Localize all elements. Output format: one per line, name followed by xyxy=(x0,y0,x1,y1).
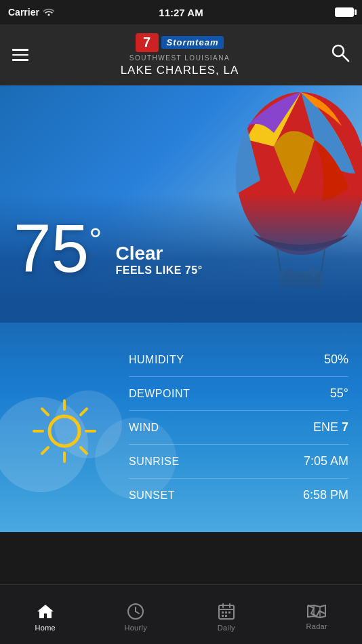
status-bar-left: Carrier xyxy=(8,7,54,18)
tab-bar: Home Hourly Daily xyxy=(0,584,362,644)
dewpoint-label: DEWPOINT xyxy=(129,388,190,400)
wifi-icon xyxy=(43,7,54,18)
nav-bar: 7 Stormteam SOUTHWEST LOUISIANA LAKE CHA… xyxy=(0,24,362,85)
logo-container: 7 Stormteam xyxy=(136,33,224,52)
hamburger-line-3 xyxy=(12,59,28,61)
sunrise-row: SUNRISE 7:05 AM xyxy=(129,445,348,479)
sun-section xyxy=(0,343,129,512)
logo-badge: 7 xyxy=(136,33,159,52)
sunrise-value: 7:05 AM xyxy=(304,454,348,468)
nav-center: 7 Stormteam SOUTHWEST LOUISIANA LAKE CHA… xyxy=(121,33,239,77)
status-bar: Carrier 11:27 AM xyxy=(0,0,362,24)
tab-radar[interactable]: Radar xyxy=(272,599,363,630)
dewpoint-value: 55° xyxy=(330,386,348,401)
wind-row: WIND ENE 7 xyxy=(129,411,348,445)
tab-home[interactable]: Home xyxy=(0,597,91,632)
sunset-label: SUNSET xyxy=(129,489,175,502)
svg-line-13 xyxy=(42,409,48,415)
svg-rect-28 xyxy=(222,615,224,617)
hero-section: 75 ° Clear FEELS LIKE 75° xyxy=(0,85,362,302)
weather-description: Clear FEELS LIKE 75° xyxy=(115,243,202,282)
tab-home-label: Home xyxy=(35,624,56,632)
sunrise-label: SUNRISE xyxy=(129,456,180,468)
tab-hourly[interactable]: Hourly xyxy=(91,597,182,632)
tab-hourly-label: Hourly xyxy=(124,624,147,632)
svg-rect-26 xyxy=(225,611,227,613)
details-section: HUMIDITY 50% DEWPOINT 55° WIND ENE 7 SUN… xyxy=(0,323,362,532)
svg-rect-27 xyxy=(228,611,230,613)
hamburger-line-1 xyxy=(12,49,28,51)
humidity-value: 50% xyxy=(324,353,348,367)
svg-line-15 xyxy=(81,409,87,415)
location-label: LAKE CHARLES, LA xyxy=(121,64,239,77)
humidity-label: HUMIDITY xyxy=(129,354,184,366)
details-inner: HUMIDITY 50% DEWPOINT 55° WIND ENE 7 SUN… xyxy=(0,336,362,532)
tab-daily[interactable]: Daily xyxy=(181,597,272,632)
logo-subtitle: SOUTHWEST LOUISIANA xyxy=(129,54,230,62)
svg-rect-29 xyxy=(225,615,227,617)
menu-button[interactable] xyxy=(12,49,28,61)
wind-value: ENE 7 xyxy=(313,420,348,435)
status-bar-time: 11:27 AM xyxy=(159,7,203,18)
dewpoint-row: DEWPOINT 55° xyxy=(129,377,348,411)
clock-icon xyxy=(127,603,144,620)
battery-icon xyxy=(335,7,354,17)
svg-line-16 xyxy=(42,447,48,454)
logo-text: Stormteam xyxy=(161,36,224,49)
hamburger-line-2 xyxy=(12,54,28,56)
hero-pointer xyxy=(0,302,362,323)
condition-label: Clear xyxy=(115,243,202,264)
svg-point-17 xyxy=(49,416,79,446)
temperature-display: 75 ° xyxy=(14,214,102,282)
temperature-value: 75 xyxy=(14,214,89,282)
feels-like-label: FEELS LIKE 75° xyxy=(115,264,202,277)
svg-line-14 xyxy=(81,447,87,454)
home-icon xyxy=(36,603,55,620)
svg-line-1 xyxy=(342,55,348,61)
sunset-value: 6:58 PM xyxy=(303,488,348,502)
tab-radar-label: Radar xyxy=(306,622,327,630)
sunset-row: SUNSET 6:58 PM xyxy=(129,479,348,512)
feels-like-value: 75° xyxy=(185,264,203,276)
svg-line-20 xyxy=(136,611,139,613)
wind-label: WIND xyxy=(129,422,159,434)
sun-icon xyxy=(31,397,98,465)
tab-daily-label: Daily xyxy=(218,624,235,632)
search-button[interactable] xyxy=(331,43,350,66)
humidity-row: HUMIDITY 50% xyxy=(129,343,348,377)
radar-icon xyxy=(307,604,326,619)
carrier-label: Carrier xyxy=(8,7,39,18)
hero-weather-info: 75 ° Clear FEELS LIKE 75° xyxy=(14,214,203,282)
temperature-degree: ° xyxy=(89,221,102,258)
calendar-icon xyxy=(218,603,235,620)
weather-data-list: HUMIDITY 50% DEWPOINT 55° WIND ENE 7 SUN… xyxy=(129,343,362,512)
feels-like-prefix: FEELS LIKE xyxy=(115,264,181,276)
svg-rect-25 xyxy=(222,611,224,613)
logo-number: 7 xyxy=(143,35,150,50)
